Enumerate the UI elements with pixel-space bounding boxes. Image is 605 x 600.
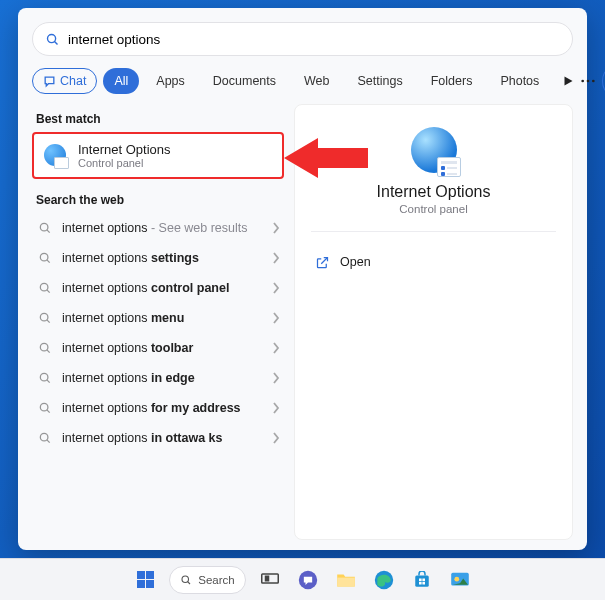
tab-settings-label: Settings bbox=[358, 74, 403, 88]
results-list: Best match Internet Options Control pane… bbox=[32, 104, 284, 540]
svg-point-4 bbox=[592, 80, 595, 83]
chevron-right-icon bbox=[272, 222, 280, 234]
filter-row: Chat All Apps Documents Web Settings Fol… bbox=[32, 68, 573, 94]
svg-point-3 bbox=[587, 80, 590, 83]
svg-line-16 bbox=[47, 380, 50, 383]
open-label: Open bbox=[340, 255, 371, 269]
svg-line-20 bbox=[47, 440, 50, 443]
svg-rect-24 bbox=[261, 574, 278, 583]
web-suggestion[interactable]: internet options in edge bbox=[32, 363, 284, 393]
search-icon bbox=[38, 281, 52, 295]
search-icon bbox=[45, 32, 60, 47]
svg-point-7 bbox=[40, 253, 48, 261]
svg-point-5 bbox=[40, 223, 48, 231]
start-button[interactable] bbox=[131, 566, 159, 594]
pinned-app-icon[interactable] bbox=[446, 566, 474, 594]
preview-icon bbox=[411, 127, 457, 173]
tab-documents[interactable]: Documents bbox=[202, 68, 287, 94]
suggestion-text: internet options menu bbox=[62, 311, 278, 325]
svg-line-8 bbox=[47, 260, 50, 263]
chevron-right-icon bbox=[272, 312, 280, 324]
file-explorer-icon[interactable] bbox=[332, 566, 360, 594]
store-icon[interactable] bbox=[408, 566, 436, 594]
tab-photos-label: Photos bbox=[500, 74, 539, 88]
divider bbox=[311, 231, 556, 232]
tab-photos[interactable]: Photos bbox=[489, 68, 550, 94]
svg-point-19 bbox=[40, 433, 48, 441]
web-suggestion[interactable]: internet options settings bbox=[32, 243, 284, 273]
tab-folders[interactable]: Folders bbox=[420, 68, 484, 94]
svg-point-2 bbox=[582, 80, 585, 83]
web-suggestion[interactable]: internet options toolbar bbox=[32, 333, 284, 363]
task-view-icon[interactable] bbox=[256, 566, 284, 594]
open-link-icon bbox=[315, 255, 330, 270]
preview-subtitle: Control panel bbox=[311, 203, 556, 215]
svg-rect-29 bbox=[415, 575, 429, 586]
search-icon bbox=[38, 311, 52, 325]
tab-chat[interactable]: Chat bbox=[32, 68, 97, 94]
web-suggestion[interactable]: internet options control panel bbox=[32, 273, 284, 303]
tab-all-label: All bbox=[114, 74, 128, 88]
preview-pane: Internet Options Control panel Open bbox=[294, 104, 573, 540]
windows-icon bbox=[137, 571, 154, 588]
search-input[interactable] bbox=[68, 32, 560, 47]
svg-rect-27 bbox=[337, 577, 355, 586]
web-suggestion[interactable]: internet options menu bbox=[32, 303, 284, 333]
web-suggestions: internet options - See web resultsintern… bbox=[32, 213, 284, 453]
svg-point-13 bbox=[40, 343, 48, 351]
tab-all[interactable]: All bbox=[103, 68, 139, 94]
suggestion-text: internet options for my address bbox=[62, 401, 278, 415]
tab-apps[interactable]: Apps bbox=[145, 68, 196, 94]
web-suggestion[interactable]: internet options for my address bbox=[32, 393, 284, 423]
best-match-heading: Best match bbox=[36, 112, 280, 126]
svg-rect-30 bbox=[419, 578, 422, 581]
taskbar-search[interactable]: Search bbox=[169, 566, 245, 594]
play-history-icon[interactable] bbox=[562, 68, 574, 94]
taskbar: Search bbox=[0, 558, 605, 600]
suggestion-text: internet options in edge bbox=[62, 371, 278, 385]
svg-rect-31 bbox=[422, 578, 425, 581]
tab-web[interactable]: Web bbox=[293, 68, 340, 94]
search-icon bbox=[38, 431, 52, 445]
chevron-right-icon bbox=[272, 342, 280, 354]
svg-line-14 bbox=[47, 350, 50, 353]
search-icon bbox=[38, 371, 52, 385]
chevron-right-icon bbox=[272, 402, 280, 414]
svg-line-23 bbox=[188, 581, 190, 583]
chevron-right-icon bbox=[272, 372, 280, 384]
svg-rect-32 bbox=[419, 581, 422, 584]
tab-documents-label: Documents bbox=[213, 74, 276, 88]
svg-point-35 bbox=[454, 576, 459, 581]
web-suggestion[interactable]: internet options - See web results bbox=[32, 213, 284, 243]
svg-point-9 bbox=[40, 283, 48, 291]
more-options-icon[interactable] bbox=[580, 68, 596, 94]
suggestion-text: internet options control panel bbox=[62, 281, 278, 295]
edge-icon[interactable] bbox=[370, 566, 398, 594]
search-box[interactable] bbox=[32, 22, 573, 56]
chevron-right-icon bbox=[272, 282, 280, 294]
search-icon bbox=[38, 401, 52, 415]
svg-point-22 bbox=[182, 576, 189, 583]
open-action[interactable]: Open bbox=[311, 248, 556, 276]
best-match-subtitle: Control panel bbox=[78, 157, 171, 169]
chat-app-icon[interactable] bbox=[294, 566, 322, 594]
web-suggestion[interactable]: internet options in ottawa ks bbox=[32, 423, 284, 453]
tab-folders-label: Folders bbox=[431, 74, 473, 88]
internet-options-icon bbox=[44, 144, 68, 168]
search-web-heading: Search the web bbox=[36, 193, 280, 207]
suggestion-text: internet options - See web results bbox=[62, 221, 278, 235]
preview-title: Internet Options bbox=[311, 183, 556, 201]
best-match-item[interactable]: Internet Options Control panel bbox=[32, 132, 284, 179]
search-icon bbox=[180, 574, 192, 586]
suggestion-text: internet options toolbar bbox=[62, 341, 278, 355]
tab-apps-label: Apps bbox=[156, 74, 185, 88]
svg-point-0 bbox=[48, 34, 56, 42]
svg-line-6 bbox=[47, 230, 50, 233]
suggestion-text: internet options settings bbox=[62, 251, 278, 265]
svg-line-12 bbox=[47, 320, 50, 323]
svg-line-10 bbox=[47, 290, 50, 293]
svg-line-1 bbox=[55, 41, 58, 44]
chat-icon bbox=[43, 75, 56, 88]
tab-settings[interactable]: Settings bbox=[347, 68, 414, 94]
tab-web-label: Web bbox=[304, 74, 329, 88]
